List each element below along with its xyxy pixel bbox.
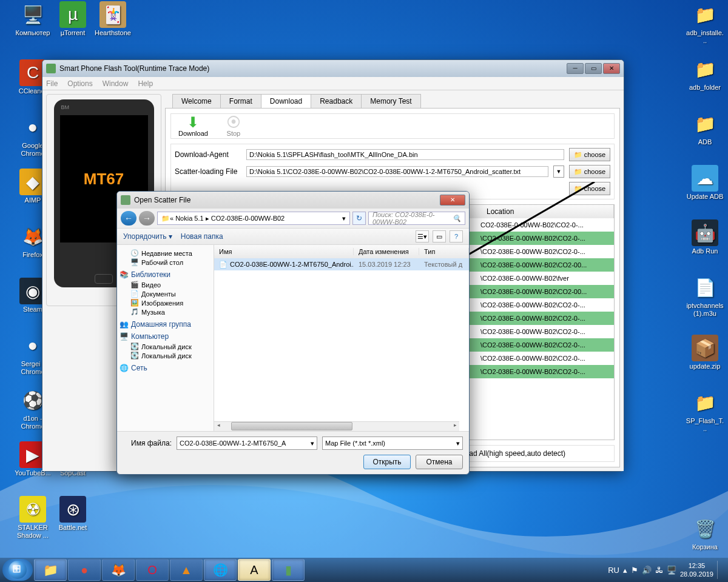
folder-icon: 📁 (574, 151, 582, 159)
tray-lang[interactable]: RU (608, 566, 619, 575)
sp-title: Smart Phone Flash Tool(Runtime Trace Mod… (59, 64, 209, 73)
desktop-icon[interactable]: 📁ADB (686, 110, 724, 146)
maximize-button[interactable]: ▭ (585, 63, 602, 74)
phone-chip-label: MT67 (84, 170, 124, 189)
download-button[interactable]: ⬇ Download (178, 115, 208, 137)
cancel-button[interactable]: Отмена (416, 455, 463, 469)
nav-homegroup[interactable]: 👥 Домашняя группа (120, 320, 211, 329)
nav-video[interactable]: 🎬Видео (120, 280, 211, 289)
organize-menu[interactable]: Упорядочить ▾ (123, 232, 172, 241)
scatter-label: Scatter-loading File (175, 167, 241, 176)
desktop-icon[interactable]: ☢STALKER Shadow ... (13, 496, 52, 540)
tab-format[interactable]: Format (220, 94, 261, 108)
tab-welcome[interactable]: Welcome (172, 94, 221, 108)
desktop-icon[interactable]: 🃏Hearthstone (93, 1, 132, 37)
refresh-button[interactable]: ↻ (352, 212, 366, 225)
nav-pics[interactable]: 🖼️Изображения (120, 298, 211, 307)
da-input[interactable] (246, 149, 564, 160)
desktop-icon[interactable]: 🤖Adb Run (686, 219, 724, 255)
preview-toggle[interactable]: ▭ (433, 230, 446, 242)
nav-desktop[interactable]: 🖥️Рабочий стол (120, 258, 211, 267)
nav-disk-c[interactable]: 💽Локальный диск (120, 342, 211, 351)
tray-volume-icon[interactable]: 🔊 (642, 566, 652, 575)
da-choose-button[interactable]: 📁choose (569, 148, 610, 161)
search-input[interactable]: Поиск: CO2-038E-0-00WW-B02🔍 (368, 212, 465, 225)
dialog-title-bar[interactable]: Open Scatter File ✕ (117, 192, 469, 209)
horizontal-scrollbar[interactable]: ◂▸ (214, 421, 459, 431)
filename-combo[interactable]: CO2-0-038E-00WW-1-2-MT6750_A▾ (177, 436, 317, 450)
taskbar-firefox[interactable]: 🦊 (102, 559, 135, 581)
desktop-icon[interactable]: ⊛Battle.net (53, 496, 92, 532)
file-icon: 📄 (219, 261, 228, 269)
da-label: Download-Agent (175, 150, 241, 159)
desktop-icon[interactable]: µµTorrent (53, 1, 92, 37)
col-date[interactable]: Дата изменения (354, 248, 419, 255)
nav-recent[interactable]: 🕓Недавние места (120, 249, 211, 258)
filename-label: Имя файла: (123, 439, 172, 447)
breadcrumb[interactable]: 📁 « Nokia 5.1 ▸ CO2-038E-0-00WW-B02 ▾ (157, 212, 350, 225)
sp-tabs: Welcome Format Download Readback Memory … (165, 94, 620, 108)
tab-download[interactable]: Download (261, 94, 311, 108)
taskbar-chrome2[interactable]: 🌐 (204, 559, 237, 581)
folder-icon: 📁 (574, 168, 582, 176)
desktop-icon[interactable]: 📁SP_Flash_T... (686, 389, 724, 433)
nav-network[interactable]: 🌐 Сеть (120, 364, 211, 372)
desktop-icon[interactable]: 📁adb_installe... (686, 1, 724, 45)
desktop-icon[interactable]: 📄iptvchannels (1).m3u (686, 274, 724, 318)
new-folder-button[interactable]: Новая папка (181, 232, 223, 241)
auth-choose-button[interactable]: 📁choose (569, 182, 610, 195)
file-row[interactable]: 📄CO2-0-038E-00WW-1-2-MT6750_Androi... 15… (214, 258, 469, 270)
desktop-icon[interactable]: 📁adb_folder (686, 56, 724, 92)
desktop-icon[interactable]: 📦update.zip (686, 335, 724, 370)
tab-memorytest[interactable]: Memory Test (361, 94, 420, 108)
menu-window[interactable]: Window (103, 79, 129, 88)
help-button[interactable]: ? (450, 230, 463, 242)
nav-disk-d[interactable]: 💽Локальный диск (120, 351, 211, 360)
col-name[interactable]: Имя (214, 248, 354, 255)
col-type[interactable]: Тип (419, 248, 469, 255)
view-mode-button[interactable]: ☰▾ (416, 230, 429, 242)
scatter-choose-button[interactable]: 📁choose (569, 165, 610, 178)
taskbar-chrome[interactable]: ● (68, 559, 101, 581)
nav-back-button[interactable]: ← (121, 211, 136, 226)
nav-computer[interactable]: 🖥️ Компьютер (120, 332, 211, 341)
filetype-combo[interactable]: Map File (*.txt *.xml)▾ (322, 436, 463, 450)
taskbar-opera[interactable]: O (136, 559, 169, 581)
menu-options[interactable]: Options (67, 79, 92, 88)
show-desktop[interactable] (717, 561, 722, 579)
start-button[interactable] (2, 559, 33, 581)
nav-libraries[interactable]: 📚 Библиотеки (120, 270, 211, 279)
desktop-icon[interactable]: ☁Update ADB (686, 165, 724, 201)
minimize-button[interactable]: ─ (567, 63, 584, 74)
dialog-close-button[interactable]: ✕ (440, 195, 465, 206)
desktop-icon[interactable]: 🖥️Компьютер (13, 1, 52, 37)
tab-readback[interactable]: Readback (311, 94, 362, 108)
search-icon: 🔍 (453, 215, 461, 222)
tray-network-icon[interactable]: 🖧 (655, 566, 663, 575)
taskbar-spflash[interactable]: ▮ (272, 559, 305, 581)
open-button[interactable]: Открыть (363, 455, 411, 469)
tray-clock[interactable]: 12:3528.09.2019 (680, 561, 713, 579)
desktop-icon[interactable]: 🗑️Корзина (686, 515, 724, 551)
menu-file[interactable]: File (46, 79, 58, 88)
menu-help[interactable]: Help (138, 79, 153, 88)
nav-forward-button[interactable]: → (139, 211, 155, 226)
sp-app-icon (46, 64, 56, 73)
stop-button[interactable]: ⦿ Stop (226, 115, 241, 137)
tray-flag-icon[interactable]: ▴ (623, 566, 627, 575)
nav-docs[interactable]: 📄Документы (120, 289, 211, 298)
tray-action-icon[interactable]: ⚑ (631, 566, 638, 575)
tray-clock-icon[interactable]: 🖥️ (667, 566, 676, 575)
sp-title-bar[interactable]: Smart Phone Flash Tool(Runtime Trace Mod… (42, 60, 624, 77)
close-button[interactable]: ✕ (603, 63, 620, 74)
taskbar-vlc[interactable]: ▲ (170, 559, 203, 581)
taskbar-notepad[interactable]: A (238, 559, 271, 581)
folder-icon: 📁 (574, 185, 582, 193)
sp-menubar: File Options Window Help (42, 77, 624, 90)
pics-icon: 🖼️ (130, 299, 139, 307)
taskbar-explorer[interactable]: 📁 (34, 559, 67, 581)
scatter-dropdown[interactable]: ▼ (553, 166, 564, 178)
download-arrow-icon: ⬇ (178, 115, 208, 130)
scatter-input[interactable] (246, 166, 548, 177)
nav-music[interactable]: 🎵Музыка (120, 307, 211, 316)
